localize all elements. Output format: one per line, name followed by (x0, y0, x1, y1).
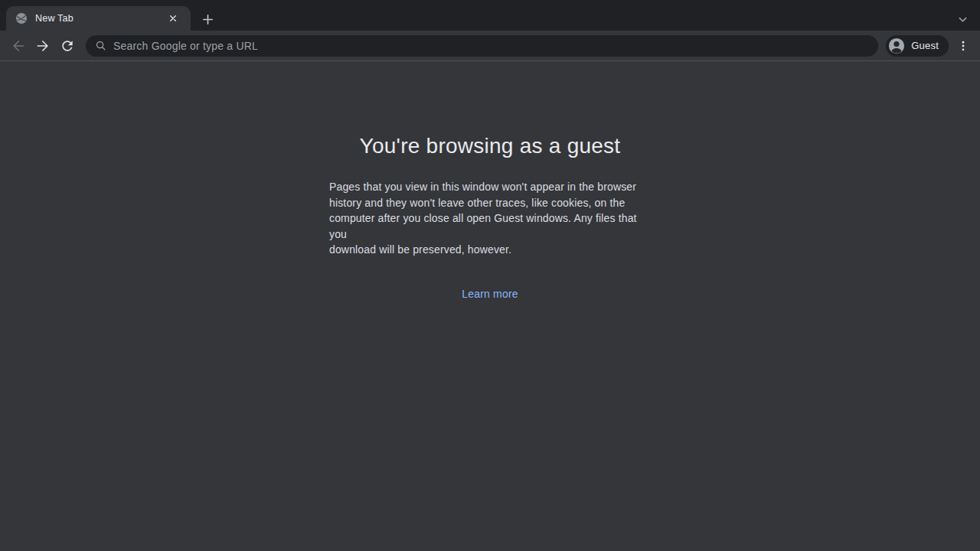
avatar-icon (888, 37, 905, 54)
tab-strip: New Tab (0, 0, 980, 31)
arrow-right-icon (35, 38, 51, 54)
forward-button[interactable] (31, 34, 54, 57)
three-dot-menu-icon (956, 39, 970, 53)
chevron-down-icon (957, 14, 969, 25)
guest-page: You're browsing as a guest Pages that yo… (0, 61, 980, 551)
tab-close-button[interactable] (166, 11, 180, 25)
page-title: You're browsing as a guest (0, 134, 980, 158)
tab-title: New Tab (35, 13, 166, 24)
browser-window: New Tab (0, 0, 980, 551)
address-bar[interactable] (86, 35, 878, 57)
search-icon (95, 40, 106, 51)
back-button[interactable] (6, 34, 30, 57)
toolbar: Guest (0, 31, 980, 61)
address-input[interactable] (113, 40, 869, 52)
page-description: Pages that you view in this window won't… (329, 179, 651, 258)
tab-new-tab[interactable]: New Tab (6, 6, 191, 31)
reload-button[interactable] (55, 34, 79, 57)
reload-icon (60, 38, 75, 54)
tab-search-button[interactable] (952, 8, 973, 30)
guest-profile-button[interactable]: Guest (886, 35, 949, 57)
browser-menu-button[interactable] (952, 35, 974, 57)
new-tab-button[interactable] (197, 8, 218, 30)
arrow-left-icon (11, 38, 26, 54)
guest-profile-label: Guest (911, 40, 939, 51)
learn-more-link[interactable]: Learn more (462, 288, 518, 300)
close-icon (168, 13, 178, 24)
globe-icon (15, 12, 28, 24)
plus-icon (202, 14, 214, 25)
